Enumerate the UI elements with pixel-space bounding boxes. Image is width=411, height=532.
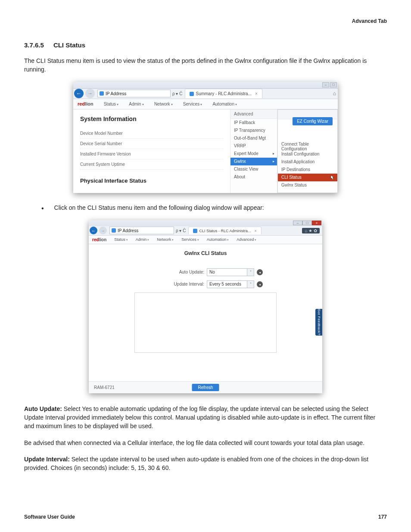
browser-tab[interactable]: CLI Status - RLC Administra... ×: [188, 227, 261, 234]
row-device-serial: Device Serial Number: [80, 139, 223, 149]
dialog-title: Gwlnx CLI Status: [95, 250, 316, 256]
browser-toolbar: ← → IP Address ρ ▾ Ċ CLI Status - RLC Ad…: [89, 226, 322, 236]
back-button[interactable]: ←: [90, 227, 97, 234]
chevron-down-icon: ˅: [247, 281, 254, 288]
address-tools[interactable]: ρ ▾ Ċ: [172, 91, 182, 96]
menu-network[interactable]: Network: [154, 102, 173, 106]
back-button[interactable]: ←: [74, 89, 84, 98]
close-tab-icon[interactable]: ×: [255, 229, 257, 233]
dd-ip-transparency[interactable]: IP Transparency: [230, 127, 277, 134]
dialog-body: Gwlnx CLI Status Auto Update: No ˅ ⬥ Upd…: [89, 244, 322, 381]
menu-automation[interactable]: Automation: [207, 237, 229, 242]
chevron-right-icon: ▸: [273, 159, 274, 163]
dd-classic-view[interactable]: Classic View: [230, 165, 277, 173]
forward-button[interactable]: →: [85, 89, 95, 98]
menu-advanced[interactable]: Advanced: [237, 237, 256, 242]
sub-install-config[interactable]: Install Configuration: [278, 150, 337, 158]
footer-page-number: 177: [378, 514, 387, 520]
ie-icon: [193, 229, 197, 233]
bullet-instruction: • Click on the CLI Status menu item and …: [41, 204, 387, 212]
para-auto-update: Auto Update: Select Yes to enable automa…: [24, 404, 387, 431]
sub-install-app[interactable]: Install Application: [278, 158, 337, 166]
update-interval-label: Update Interval:: [148, 282, 204, 286]
auto-update-select[interactable]: No ˅: [207, 268, 254, 276]
auto-update-label: Auto Update:: [148, 270, 204, 274]
row-device-model: Device Model Number: [80, 128, 223, 139]
menu-network[interactable]: Network: [157, 237, 174, 242]
advanced-dropdown: Advanced IP Fallback IP Transparency Out…: [230, 109, 277, 193]
chevron-right-icon: ▸: [273, 152, 274, 156]
window-max-icon[interactable]: □: [302, 221, 312, 225]
menu-status[interactable]: Status: [104, 102, 119, 106]
sub-connect-table[interactable]: Connect Table Configuration: [278, 143, 337, 150]
address-text: IP Address: [118, 228, 138, 233]
menu-services[interactable]: Services: [183, 102, 202, 106]
menu-automation[interactable]: Automation: [212, 102, 237, 106]
help-icon[interactable]: ⬥: [257, 281, 263, 287]
window-min-icon[interactable]: –: [293, 221, 302, 225]
dd-about[interactable]: About: [230, 173, 277, 181]
figure-system-info: –□ ← → IP Address ρ ▾ Ċ Summary - RLC Ad…: [73, 82, 338, 193]
para-update-interval-text: Select the update interval to be used wh…: [24, 456, 368, 471]
update-interval-value: Every 5 seconds: [209, 282, 241, 286]
bullet-text: Click on the CLI Status menu item and th…: [54, 204, 264, 212]
dd-gwlnx[interactable]: Gwlnx▸: [230, 158, 277, 165]
brand-logo: redlion: [78, 101, 93, 106]
forward-button[interactable]: →: [99, 227, 107, 234]
dd-out-of-band[interactable]: Out-of-Band Mgt: [230, 134, 277, 142]
row-update-interval: Update Interval: Every 5 seconds ˅ ⬥: [95, 280, 316, 288]
window-close-icon[interactable]: ×: [312, 221, 321, 225]
sub-cli-status[interactable]: CLI Status: [278, 174, 337, 181]
browser-tab[interactable]: Summary - RLC Administra... ×: [185, 89, 262, 98]
chevron-down-icon: ˅: [247, 269, 254, 276]
tab-title: CLI Status - RLC Administra...: [199, 229, 251, 233]
figure-cli-status: – □ × ← → IP Address ρ ▾ Ċ CLI Status - …: [89, 220, 322, 393]
para-auto-update-text: Select Yes to enable automatic updating …: [24, 405, 375, 430]
refresh-button[interactable]: Refresh: [192, 384, 219, 391]
close-tab-icon[interactable]: ×: [255, 91, 258, 96]
bullet-dot: •: [41, 204, 44, 212]
device-model-label: RAM-6721: [94, 385, 115, 390]
sub-ip-destinations[interactable]: IP Destinations: [278, 166, 337, 174]
page-footer: Software User Guide 177: [24, 514, 387, 520]
row-auto-update: Auto Update: No ˅ ⬥: [95, 268, 316, 276]
section-number: 3.7.6.5: [24, 41, 44, 49]
system-info-heading: System Information: [80, 115, 223, 122]
page-header-right: Advanced Tab: [24, 18, 387, 24]
menu-admin[interactable]: Admin: [129, 102, 144, 106]
sub-gwlnx-status[interactable]: Gwlnx Status: [278, 181, 337, 189]
ie-icon: [112, 228, 116, 233]
address-tools[interactable]: ρ ▾ Ċ: [176, 228, 186, 233]
dd-ip-fallback[interactable]: IP Fallback: [230, 119, 277, 127]
help-icon[interactable]: ⬥: [257, 269, 263, 275]
section-title: CLI Status: [53, 41, 85, 49]
address-text: IP Address: [106, 91, 126, 96]
para-update-interval-label: Update Interval:: [24, 456, 70, 463]
feedback-tab[interactable]: Got Feedback?: [315, 309, 322, 336]
ie-icon: [190, 92, 194, 96]
home-icon[interactable]: ⌂: [333, 90, 336, 96]
ez-config-wizard-button[interactable]: EZ Config Wizar: [293, 117, 333, 125]
menu-admin[interactable]: Admin: [136, 237, 149, 242]
address-bar[interactable]: IP Address: [97, 90, 171, 97]
window-max-icon[interactable]: □: [330, 82, 337, 87]
update-interval-select[interactable]: Every 5 seconds ˅: [207, 280, 254, 288]
main-content-left: System Information Device Model Number D…: [73, 109, 230, 193]
menu-status[interactable]: Status: [114, 237, 128, 242]
window-min-icon[interactable]: –: [322, 82, 329, 87]
physical-interface-heading: Physical Interface Status: [80, 177, 223, 184]
para-auto-update-label: Auto Update:: [24, 405, 62, 412]
window-titlebar: – □ ×: [89, 220, 322, 226]
brand-logo: redlion: [92, 237, 106, 242]
footer-left: Software User Guide: [24, 514, 75, 520]
app-menubar: redlion Status Admin Network Services Au…: [73, 99, 338, 109]
menu-advanced[interactable]: Advanced: [230, 109, 277, 119]
app-menubar: redlion Status Admin Network Services Au…: [89, 236, 322, 244]
cursor-icon: [330, 175, 336, 180]
log-output-box: [134, 292, 277, 353]
dd-vrrp[interactable]: VRRP: [230, 142, 277, 150]
address-bar[interactable]: IP Address: [109, 227, 174, 234]
dd-expert-mode[interactable]: Expert Mode▸: [230, 150, 277, 158]
toolbar-icons-right[interactable]: ⌂ ★ ✿: [302, 228, 320, 233]
menu-services[interactable]: Services: [181, 237, 199, 242]
